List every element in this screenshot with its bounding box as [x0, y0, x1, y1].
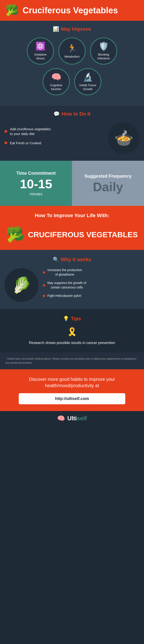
circle-oxidative: ⚛️ OxidativeStress — [27, 38, 54, 64]
circle-cognitive: 🧠 Cognitivefunction — [43, 68, 70, 95]
infections-label: BlockingInfections — [96, 53, 111, 60]
time-unit: minutes — [30, 192, 42, 196]
cooking-pot-icon: 🍲 — [114, 129, 134, 148]
disclaimer-section: * Ultiself does not provide medical advi… — [0, 352, 144, 369]
why-dot-3 — [43, 295, 45, 297]
circle-item-oxidative: ⚛️ OxidativeStress — [27, 38, 54, 64]
circle-infections: 🛡️ BlockingInfections — [90, 38, 117, 64]
circle-item-cognitive: 🧠 Cognitivefunction — [43, 68, 70, 95]
time-label: Time Commitment — [16, 171, 56, 176]
brand-name: Ultiself — [67, 415, 87, 422]
how-to-content: Add cruciferous vegetablesto your daily … — [4, 122, 140, 154]
improve-banner-top: How To Improve Your Life With: — [6, 213, 138, 218]
header-icon: 🥦 — [6, 4, 19, 17]
veggie-circle-icon: 🥬 — [12, 276, 31, 294]
circle-tumor: 🔬 Inhibit TumorGrowth — [74, 68, 101, 95]
footer-cta: Discover more good habits to improve you… — [0, 369, 144, 411]
why-works-section: 🔍 Why it works 🥬 Increases the productio… — [0, 250, 144, 309]
disclaimer-text: * Ultiself does not provide medical advi… — [6, 357, 138, 365]
brain-icon: 🧠 — [57, 415, 65, 422]
search-icon: 🔍 — [53, 257, 59, 262]
improve-banner-bottom: 🥦 CRUCIFEROUS VEGETABLES — [6, 226, 138, 243]
cooking-icon-wrap: 🍲 — [108, 122, 140, 154]
oxidative-label: OxidativeStress — [33, 53, 48, 60]
circle-item-metabolism: 🏃 Metabolism — [58, 38, 86, 64]
footer-url: http://ultiself.com — [55, 396, 89, 401]
tips-text: Research shows possible results in cance… — [4, 340, 140, 346]
how-to-heading: 💬 How to Do It — [4, 111, 140, 117]
metabolism-label: Metabolism — [63, 55, 81, 59]
brand-name-highlight: self — [77, 415, 87, 422]
why-content: 🥬 Increases the productionof glutathione… — [4, 268, 140, 302]
step-2: Eat Fresh or Cooked — [4, 141, 103, 145]
metabolism-icon: 🏃 — [67, 44, 77, 53]
suggested-frequency-box: Suggested Frequency Daily — [72, 161, 144, 206]
circles-row-2: 🧠 Cognitivefunction 🔬 Inhibit TumorGrowt… — [4, 68, 140, 95]
why-point-3: Fight Helicobacter pylori — [43, 294, 140, 298]
step-1: Add cruciferous vegetablesto your daily … — [4, 127, 103, 136]
why-dot-1 — [43, 271, 45, 274]
cognitive-label: Cognitivefunction — [49, 84, 64, 91]
speech-icon: 💬 — [54, 111, 60, 117]
tumor-icon: 🔬 — [83, 72, 93, 82]
why-point-2: May suppress the growth ofcertain cancer… — [43, 281, 140, 290]
circle-metabolism: 🏃 Metabolism — [58, 38, 86, 64]
veggie-banner-icon: 🥦 — [6, 226, 24, 243]
cognitive-icon: 🧠 — [51, 72, 62, 82]
footer-url-box[interactable]: http://ultiself.com — [19, 393, 125, 404]
circles-row-1: ⚛️ OxidativeStress 🏃 Metabolism 🛡️ Block… — [4, 38, 140, 64]
header-title: Cruciferous Vegetables — [22, 6, 118, 15]
why-text-3: Fight Helicobacter pylori — [48, 294, 81, 298]
step-dot-1 — [4, 130, 7, 133]
tumor-label: Inhibit TumorGrowth — [78, 84, 98, 91]
why-works-heading: 🔍 Why it works — [4, 257, 140, 262]
may-improve-heading: 📊 May improve — [4, 26, 140, 32]
circle-item-infections: 🛡️ BlockingInfections — [90, 38, 117, 64]
how-to-section: 💬 How to Do It Add cruciferous vegetable… — [0, 106, 144, 161]
ultiself-brand: 🧠 Ultiself — [0, 411, 144, 426]
disclaimer-asterisk: * — [6, 357, 6, 360]
oxidative-icon: ⚛️ — [36, 42, 46, 51]
chart-icon: 📊 — [53, 26, 59, 32]
infections-icon: 🛡️ — [99, 42, 109, 51]
time-freq-section: Time Commitment 10-15 minutes Suggested … — [0, 161, 144, 206]
circle-item-tumor: 🔬 Inhibit TumorGrowth — [74, 68, 101, 95]
bulb-icon: 💡 — [63, 316, 69, 322]
step-dot-2 — [4, 142, 7, 144]
why-text-1: Increases the productionof glutathione — [48, 268, 82, 277]
tips-heading: 💡 Tips — [4, 316, 140, 322]
time-commitment-box: Time Commitment 10-15 minutes — [0, 161, 72, 206]
header-section: 🥦 Cruciferous Vegetables — [0, 0, 144, 21]
how-to-steps: Add cruciferous vegetablesto your daily … — [4, 127, 103, 150]
why-dot-2 — [43, 284, 45, 286]
cruciferous-name: CRUCIFEROUS VEGETABLES — [28, 230, 138, 239]
step-2-text: Eat Fresh or Cooked — [10, 141, 41, 145]
tips-section: 💡 Tips 🎗️ Research shows possible result… — [0, 309, 144, 352]
freq-label: Suggested Frequency — [84, 174, 132, 179]
ribbon-icon: 🎗️ — [4, 327, 140, 336]
step-1-text: Add cruciferous vegetablesto your daily … — [10, 127, 51, 136]
may-improve-section: 📊 May improve ⚛️ OxidativeStress 🏃 Metab… — [0, 21, 144, 106]
freq-value: Daily — [93, 180, 123, 193]
why-points: Increases the productionof glutathione M… — [43, 268, 140, 302]
why-text-2: May suppress the growth ofcertain cancer… — [48, 281, 86, 290]
time-value: 10-15 — [20, 178, 52, 190]
banner-divider — [6, 222, 138, 222]
veggie-circle: 🥬 — [4, 268, 38, 302]
why-point-1: Increases the productionof glutathione — [43, 268, 140, 277]
improve-banner: How To Improve Your Life With: 🥦 CRUCIFE… — [0, 206, 144, 250]
footer-cta-text: Discover more good habits to improve you… — [6, 376, 138, 389]
